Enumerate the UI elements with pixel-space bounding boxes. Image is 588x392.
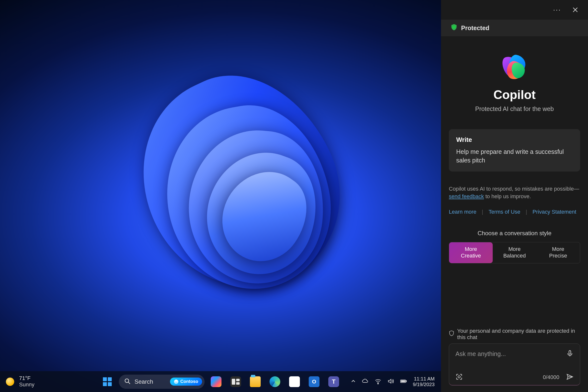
copilot-icon: [211, 376, 222, 387]
svg-point-4: [125, 379, 128, 382]
privacy-note: Your personal and company data are prote…: [449, 328, 580, 340]
svg-rect-7: [236, 379, 240, 381]
style-balanced[interactable]: MoreBalanced: [493, 242, 536, 263]
protected-label: Protected: [461, 24, 489, 32]
search-label: Search: [134, 378, 166, 385]
microphone-button[interactable]: [566, 350, 574, 358]
suggestion-card[interactable]: Write Help me prepare and write a succes…: [449, 129, 580, 172]
clock-date: 9/19/2023: [413, 382, 435, 387]
taskbar: 71°F Sunny Search Contoso: [0, 371, 441, 392]
tray-overflow-button[interactable]: [350, 378, 356, 385]
microsoft-store-button[interactable]: [286, 374, 302, 389]
contoso-chip[interactable]: Contoso: [170, 378, 202, 386]
chat-input[interactable]: [456, 350, 566, 358]
search-icon: [124, 378, 130, 386]
svg-rect-1: [108, 377, 112, 381]
disclaimer: Copilot uses AI to respond, so mistakes …: [449, 185, 580, 200]
system-tray: 11:11 AM 9/19/2023: [350, 376, 441, 387]
taskbar-search[interactable]: Search Contoso: [119, 374, 204, 389]
contoso-swirl-icon: [174, 380, 178, 384]
taskbar-center: Search Contoso O T: [99, 374, 342, 389]
clock-time: 11:11 AM: [413, 376, 435, 382]
close-button[interactable]: [571, 6, 580, 14]
style-heading: Choose a conversation style: [449, 230, 580, 237]
volume-tray-icon[interactable]: [387, 378, 394, 386]
folder-icon: [250, 376, 261, 387]
weather-temp: 71°F: [19, 375, 34, 381]
sun-icon: [6, 378, 14, 386]
copilot-logo: [501, 54, 528, 80]
protected-bar: Protected: [441, 20, 588, 36]
more-options-button[interactable]: ···: [553, 6, 562, 14]
edge-button[interactable]: [267, 374, 283, 389]
outlook-button[interactable]: O: [306, 374, 322, 389]
desktop-wallpaper[interactable]: 71°F Sunny Search Contoso: [0, 0, 441, 392]
copilot-taskbar-button[interactable]: [208, 374, 224, 389]
weather-widget[interactable]: 71°F Sunny: [0, 375, 34, 388]
svg-rect-2: [103, 382, 107, 386]
file-explorer-button[interactable]: [247, 374, 264, 389]
svg-point-16: [458, 376, 460, 378]
svg-rect-6: [232, 379, 235, 385]
suggestion-card-desc: Help me prepare and write a successful s…: [456, 148, 573, 165]
disclaimer-text: Copilot uses AI to respond, so mistakes …: [449, 186, 579, 192]
style-creative[interactable]: MoreCreative: [449, 242, 493, 263]
teams-icon: T: [328, 376, 339, 387]
edge-icon: [270, 376, 280, 387]
privacy-link[interactable]: Privacy Statement: [533, 209, 576, 215]
suggestion-card-title: Write: [456, 136, 573, 144]
teams-button[interactable]: T: [326, 374, 342, 389]
start-button[interactable]: [99, 374, 116, 389]
svg-rect-12: [401, 380, 405, 382]
svg-point-9: [378, 383, 378, 384]
weather-condition: Sunny: [19, 382, 34, 388]
style-precise[interactable]: MorePrecise: [536, 242, 580, 263]
footer-links: Learn more | Terms of Use | Privacy Stat…: [449, 209, 580, 215]
svg-rect-15: [569, 350, 571, 354]
onedrive-tray-icon[interactable]: [362, 378, 369, 386]
learn-more-link[interactable]: Learn more: [449, 209, 476, 215]
store-icon: [289, 376, 300, 387]
taskbar-clock[interactable]: 11:11 AM 9/19/2023: [413, 376, 435, 387]
shield-outline-icon: [449, 330, 454, 338]
svg-rect-11: [406, 380, 406, 382]
svg-line-5: [128, 382, 130, 384]
send-feedback-link[interactable]: send feedback: [449, 193, 484, 200]
char-counter: 0/4000: [543, 374, 559, 380]
wallpaper-bloom: [119, 51, 388, 357]
disclaimer-tail: to help us improve.: [484, 193, 531, 200]
svg-rect-8: [236, 382, 240, 385]
wifi-tray-icon[interactable]: [374, 378, 382, 386]
conversation-style-group: MoreCreative MoreBalanced MorePrecise: [449, 242, 580, 264]
battery-tray-icon[interactable]: [400, 378, 407, 386]
copilot-subtitle: Protected AI chat for the web: [449, 105, 580, 112]
svg-rect-3: [108, 382, 112, 386]
privacy-note-text: Your personal and company data are prote…: [457, 328, 580, 340]
contoso-label: Contoso: [180, 379, 198, 384]
send-button[interactable]: [566, 373, 574, 382]
terms-link[interactable]: Terms of Use: [488, 209, 520, 215]
task-view-icon: [230, 376, 241, 387]
copilot-panel: ··· Protected Copilot Protected AI chat …: [441, 0, 588, 392]
chat-input-box: 0/4000: [449, 344, 580, 386]
svg-rect-0: [103, 377, 107, 381]
shield-icon: [451, 24, 457, 32]
image-search-button[interactable]: [456, 373, 463, 382]
copilot-title: Copilot: [449, 88, 580, 102]
task-view-button[interactable]: [228, 374, 244, 389]
outlook-icon: O: [309, 376, 320, 387]
